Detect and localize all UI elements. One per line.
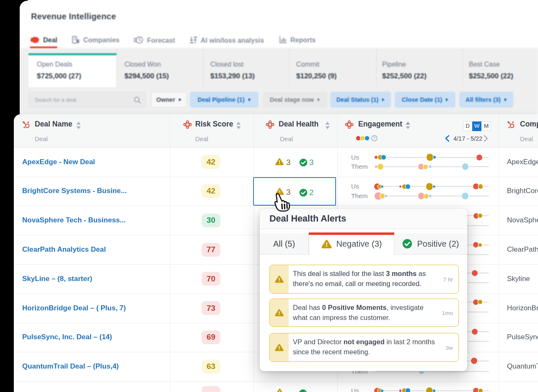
svg-text:?: ? bbox=[373, 136, 376, 141]
